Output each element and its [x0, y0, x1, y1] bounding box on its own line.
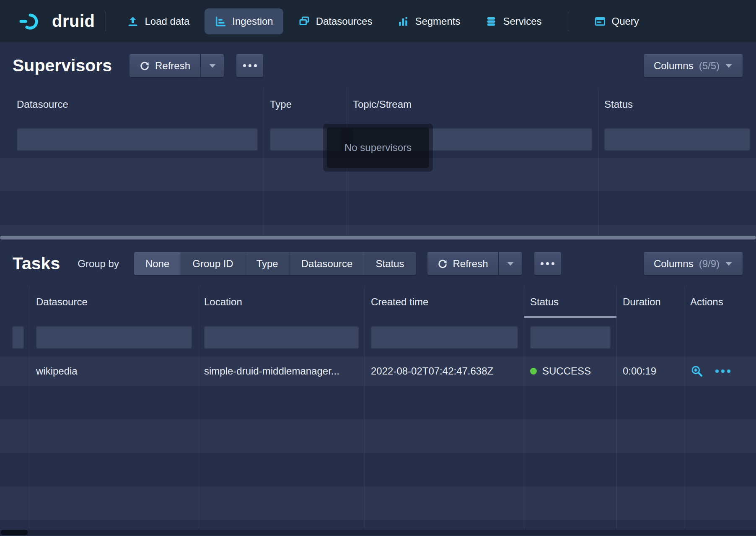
- group-by-button-group: None Group ID Type Datasource Status: [134, 252, 416, 275]
- nav-label: Services: [503, 16, 541, 27]
- column-header-created-time[interactable]: Created time: [365, 286, 524, 318]
- column-header-datasource[interactable]: Datasource: [0, 88, 264, 121]
- success-status-dot: [530, 368, 537, 375]
- row-more-icon[interactable]: [715, 369, 730, 373]
- tasks-section: Tasks Group by None Group ID Type Dataso…: [0, 239, 756, 529]
- task-row-wikipedia[interactable]: wikipedia simple-druid-middlemanager... …: [0, 356, 756, 386]
- group-by-group-id-button[interactable]: Group ID: [181, 252, 244, 275]
- tasks-table: Datasource Location Created time Status …: [0, 286, 756, 529]
- table-row: [0, 419, 756, 453]
- nav-segments[interactable]: Segments: [387, 8, 470, 34]
- brand-text: druid: [52, 12, 95, 31]
- column-header-actions[interactable]: Actions: [684, 286, 756, 318]
- refresh-label: Refresh: [155, 60, 190, 72]
- nav-label: Segments: [415, 16, 460, 27]
- table-row: [0, 520, 756, 529]
- segments-icon: [397, 16, 409, 27]
- supervisors-filter-datasource-input[interactable]: [17, 128, 258, 151]
- group-by-none-button[interactable]: None: [134, 252, 181, 275]
- task-datasource-cell: wikipedia: [30, 356, 198, 386]
- supervisors-horizontal-scrollbar[interactable]: [0, 236, 756, 239]
- columns-count: (9/9): [699, 258, 720, 270]
- tasks-refresh-group: Refresh: [427, 252, 522, 275]
- nav-label: Load data: [145, 16, 189, 27]
- group-by-datasource-button[interactable]: Datasource: [290, 252, 364, 275]
- ingestion-icon: [215, 16, 226, 27]
- table-row: [0, 386, 756, 419]
- tasks-filter-created-time-input[interactable]: [371, 326, 518, 349]
- column-header-status[interactable]: Status: [598, 88, 756, 121]
- column-header-status-sorted[interactable]: Status: [524, 286, 617, 318]
- nav-label: Datasources: [316, 16, 373, 27]
- table-row: [0, 225, 756, 236]
- tasks-toolbar: Tasks Group by None Group ID Type Dataso…: [0, 239, 756, 286]
- supervisors-filter-status-input[interactable]: [604, 128, 750, 151]
- refresh-label: Refresh: [453, 258, 488, 270]
- services-icon: [485, 16, 497, 27]
- columns-label: Columns: [654, 258, 694, 270]
- nav-divider: [106, 12, 106, 31]
- page-horizontal-scrollbar[interactable]: [0, 530, 756, 535]
- tasks-filter-datasource-input[interactable]: [36, 326, 192, 349]
- druid-logo[interactable]: druid: [18, 12, 95, 31]
- refresh-icon: [140, 61, 150, 71]
- tasks-filter-partial-input[interactable]: [12, 326, 24, 349]
- task-actions-cell: [684, 356, 756, 386]
- task-duration-cell: 0:00:19: [617, 356, 684, 386]
- supervisors-table: Datasource Type Topic/Stream Status No s…: [0, 88, 756, 239]
- task-status-text: SUCCESS: [542, 365, 591, 377]
- supervisors-table-header: Datasource Type Topic/Stream Status: [0, 88, 756, 121]
- no-supervisors-popover: No supervisors: [323, 124, 433, 172]
- tasks-filter-row: [0, 318, 756, 356]
- tasks-filter-status-input[interactable]: [530, 326, 611, 349]
- group-by-type-button[interactable]: Type: [245, 252, 290, 275]
- zoom-in-icon[interactable]: [690, 364, 704, 378]
- nav-ingestion[interactable]: Ingestion: [205, 8, 283, 34]
- main-nav: Load data Ingestion Datasources Segments…: [117, 8, 649, 34]
- nav-label: Ingestion: [232, 16, 273, 27]
- tasks-title: Tasks: [13, 255, 60, 272]
- supervisors-more-button[interactable]: [236, 54, 263, 77]
- tasks-columns-button[interactable]: Columns (9/9): [644, 252, 743, 275]
- task-status-cell: SUCCESS: [524, 356, 617, 386]
- scrollbar-thumb[interactable]: [1, 530, 28, 535]
- nav-label: Query: [612, 16, 639, 27]
- column-header-type[interactable]: Type: [264, 88, 347, 121]
- nav-load-data[interactable]: Load data: [117, 8, 199, 34]
- nav-services[interactable]: Services: [475, 8, 551, 34]
- supervisors-refresh-button[interactable]: Refresh: [129, 54, 200, 77]
- no-supervisors-message: No supervisors: [327, 127, 429, 168]
- column-header-topic-stream[interactable]: Topic/Stream: [347, 88, 598, 121]
- chevron-down-icon: [507, 261, 514, 266]
- more-icon: [541, 262, 554, 265]
- columns-label: Columns: [654, 60, 694, 72]
- tasks-more-button[interactable]: [534, 252, 561, 275]
- supervisors-toolbar: Supervisors Refresh Columns (5/5): [0, 42, 756, 88]
- column-header-blank[interactable]: [0, 286, 30, 318]
- query-icon: [594, 16, 606, 27]
- tasks-refresh-button[interactable]: Refresh: [427, 252, 498, 275]
- group-by-status-button[interactable]: Status: [364, 252, 415, 275]
- table-row: [0, 487, 756, 520]
- tasks-filter-location-input[interactable]: [204, 326, 359, 349]
- supervisors-refresh-dropdown-button[interactable]: [201, 54, 224, 77]
- chevron-down-icon: [725, 63, 733, 68]
- supervisors-columns-button[interactable]: Columns (5/5): [644, 54, 743, 77]
- datasources-icon: [298, 16, 310, 27]
- task-created-time-cell: 2022-08-02T07:42:47.638Z: [365, 356, 524, 386]
- column-header-datasource[interactable]: Datasource: [30, 286, 198, 318]
- nav-datasources[interactable]: Datasources: [288, 8, 383, 34]
- supervisors-section: Supervisors Refresh Columns (5/5): [0, 42, 756, 239]
- upload-icon: [127, 16, 139, 27]
- columns-count: (5/5): [699, 60, 720, 72]
- task-location-cell: simple-druid-middlemanager...: [198, 356, 365, 386]
- nav-query[interactable]: Query: [584, 8, 649, 34]
- druid-logo-icon: [18, 12, 45, 31]
- tasks-refresh-dropdown-button[interactable]: [499, 252, 522, 275]
- chevron-down-icon: [725, 261, 733, 266]
- group-by-label: Group by: [78, 258, 119, 270]
- chevron-down-icon: [209, 63, 216, 68]
- more-icon: [243, 64, 257, 67]
- column-header-duration[interactable]: Duration: [617, 286, 684, 318]
- column-header-location[interactable]: Location: [198, 286, 365, 318]
